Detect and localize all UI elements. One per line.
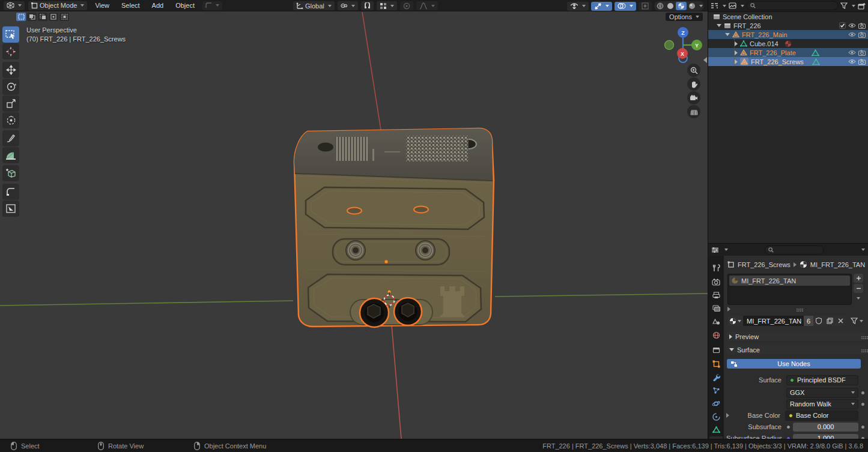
breadcrumb-object[interactable]: FRT_226_Screws (738, 261, 791, 268)
tab-modifiers[interactable] (709, 371, 723, 383)
navigation-gizmo[interactable]: Z Y X (662, 24, 704, 66)
tab-constraints[interactable] (709, 411, 723, 423)
disclosure-closed-icon[interactable] (735, 59, 738, 64)
tab-output[interactable] (709, 289, 723, 301)
eye-icon[interactable] (848, 23, 856, 28)
tab-tool[interactable] (709, 262, 723, 274)
camera-render-icon[interactable] (858, 23, 866, 29)
display-mode-icon[interactable] (729, 2, 736, 9)
tab-object[interactable] (709, 358, 723, 370)
panel-preview[interactable]: Preview (726, 332, 866, 341)
tab-world[interactable] (709, 329, 723, 341)
gizmo-axis-y[interactable]: Y (691, 40, 702, 50)
fake-user-button[interactable] (813, 316, 824, 326)
outliner-row-scene-collection[interactable]: Scene Collection (708, 12, 868, 21)
subsurface-radius-slider[interactable]: 1.000 (793, 434, 858, 439)
tool-select-side[interactable] (2, 200, 19, 217)
use-nodes-button[interactable]: Use Nodes (727, 359, 861, 369)
shading-solid-icon[interactable] (666, 2, 675, 10)
slot-specials-dropdown[interactable] (854, 294, 863, 302)
outliner-row-frt226-screws[interactable]: FRT_226_Screws (708, 57, 868, 66)
filter-funnel-icon[interactable] (840, 2, 848, 9)
slot-filter-dropdown[interactable] (851, 318, 863, 324)
outliner-row-frt226-plate[interactable]: FRT_226_Plate (708, 48, 868, 57)
outliner-editor-icon[interactable] (711, 2, 718, 9)
overlays-toggle-dropdown[interactable] (615, 2, 636, 11)
properties-search-input[interactable] (765, 246, 824, 255)
eye-icon[interactable] (848, 32, 856, 37)
tool-measure[interactable] (2, 147, 19, 163)
screw-head-right[interactable] (394, 298, 422, 325)
panel-drag-grip[interactable] (861, 349, 863, 351)
select-mode-intersect[interactable] (59, 13, 69, 21)
editor-type-button[interactable] (4, 1, 25, 10)
resize-grip[interactable] (797, 309, 798, 310)
material-name-field[interactable]: MI_FRT_226_TAN (743, 316, 804, 326)
object-name[interactable]: FRT_226_Plate (750, 49, 796, 56)
distribution-dropdown[interactable]: GGX (786, 388, 858, 398)
viewport-canvas[interactable] (0, 0, 708, 439)
eye-icon[interactable] (848, 50, 856, 55)
gizmo-axis-z[interactable]: Z (678, 27, 688, 38)
snap-target-dropdown[interactable] (377, 1, 397, 10)
checkbox-checked-icon[interactable] (839, 22, 846, 29)
camera-render-icon[interactable] (858, 32, 866, 38)
snap-toggle-button[interactable] (361, 1, 374, 10)
animate-dot[interactable] (861, 391, 864, 394)
tab-collection[interactable] (709, 344, 723, 356)
material-browse-dropdown[interactable] (727, 316, 743, 326)
unlink-button[interactable] (836, 316, 846, 326)
camera-render-icon[interactable] (858, 59, 866, 65)
gizmo-axis-neg-y[interactable] (665, 41, 674, 50)
material-slot-item[interactable]: MI_FRT_226_TAN (729, 276, 850, 286)
material-slot-list[interactable]: MI_FRT_226_TAN (727, 274, 852, 305)
disclosure-closed-icon[interactable] (735, 41, 738, 46)
select-mode-subtract[interactable] (38, 13, 47, 21)
zoom-button[interactable] (687, 64, 700, 77)
tool-scale[interactable] (2, 95, 19, 112)
shading-wireframe-icon[interactable] (655, 2, 665, 10)
subsurface-method-dropdown[interactable]: Random Walk (786, 399, 858, 409)
disclosure-closed-icon[interactable] (735, 50, 738, 55)
perspective-toggle-button[interactable] (687, 105, 700, 118)
outliner-search-input[interactable] (747, 1, 838, 10)
remove-slot-button[interactable] (854, 284, 863, 293)
tab-object-data[interactable] (709, 424, 723, 436)
transform-orientation-dropdown[interactable]: Global (293, 1, 335, 10)
new-collection-icon[interactable] (858, 2, 866, 10)
subsurface-slider[interactable]: 0.000 (793, 423, 858, 432)
disclosure-open-icon[interactable] (717, 24, 721, 27)
users-count-button[interactable]: 6 (804, 316, 813, 326)
camera-render-icon[interactable] (858, 50, 866, 56)
tool-move[interactable] (2, 62, 19, 78)
menu-select[interactable]: Select (117, 2, 144, 9)
tab-particles[interactable] (709, 384, 723, 396)
tool-rotate[interactable] (2, 79, 19, 95)
collection-name[interactable]: FRT_226 (733, 22, 761, 29)
sidebar-toggle-arrow[interactable] (703, 57, 707, 63)
viewport-3d[interactable]: Object Mode View Select Add Object Globa… (0, 0, 708, 439)
chevron-down-icon[interactable] (861, 249, 865, 251)
eye-icon[interactable] (848, 59, 856, 64)
proportional-editing-button[interactable] (400, 1, 413, 10)
tab-physics[interactable] (709, 397, 723, 409)
select-mode-invert[interactable] (49, 13, 58, 21)
menu-object[interactable]: Object (171, 2, 199, 9)
panel-surface[interactable]: Surface (726, 345, 866, 354)
screw-slot-right[interactable] (414, 206, 428, 213)
outliner-row-frt226-main[interactable]: FRT_226_Main (708, 30, 868, 39)
breadcrumb-material[interactable]: MI_FRT_226_TAN (810, 261, 865, 268)
object-name[interactable]: FRT_226_Main (742, 31, 788, 38)
outliner-row-cube014[interactable]: Cube.014 (708, 39, 868, 48)
menu-view[interactable]: View (91, 2, 114, 9)
shading-material-preview-icon[interactable] (676, 2, 687, 10)
add-slot-button[interactable] (854, 274, 863, 283)
mode-dropdown[interactable]: Object Mode (28, 1, 87, 10)
panel-drag-grip[interactable] (861, 336, 863, 337)
object-name[interactable]: FRT_226_Screws (751, 58, 804, 65)
shading-rendered-icon[interactable] (687, 2, 697, 10)
tab-render[interactable] (709, 276, 723, 288)
disclosure-open-icon[interactable] (725, 33, 730, 36)
camera-view-button[interactable] (687, 91, 700, 104)
select-mode-set[interactable] (16, 13, 26, 21)
